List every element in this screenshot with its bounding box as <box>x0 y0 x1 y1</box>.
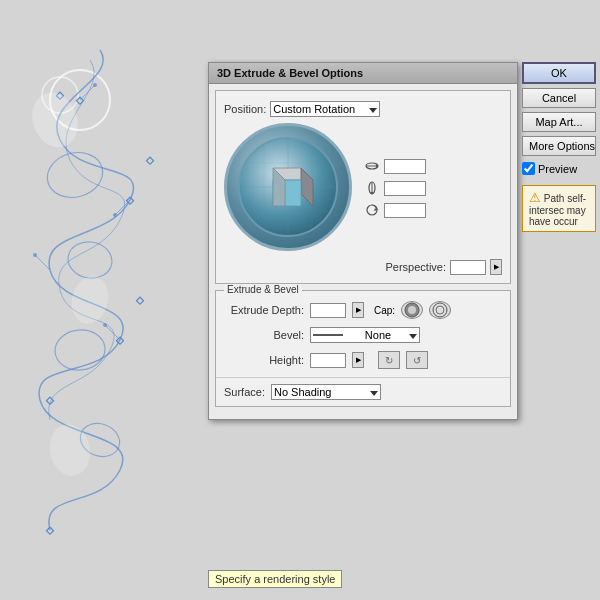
svg-line-17 <box>80 85 95 100</box>
position-row: Position: Custom Rotation <box>224 101 502 117</box>
sphere-outer <box>224 123 352 251</box>
svg-point-10 <box>42 147 107 204</box>
svg-rect-6 <box>136 297 143 304</box>
extrude-content: Extrude Depth: 25 pt ▶ Cap: Bevel: <box>216 291 510 377</box>
height-label: Height: <box>224 354 304 366</box>
tooltip-bar: Specify a rendering style <box>208 570 342 588</box>
rot-y-row: -24° <box>364 180 426 196</box>
rotation-y-input[interactable]: -24° <box>384 181 426 196</box>
extrude-stepper[interactable]: ▶ <box>352 302 364 318</box>
right-buttons-panel: OK Cancel Map Art... More Options Previe… <box>522 62 596 232</box>
svg-point-18 <box>93 83 97 87</box>
surface-dropdown[interactable]: No Shading <box>271 384 381 400</box>
surface-value: No Shading <box>274 386 332 398</box>
y-rotation-icon <box>364 180 380 196</box>
svg-point-16 <box>46 421 94 479</box>
cube-3d <box>261 160 316 215</box>
position-content: Position: Custom Rotation <box>216 91 510 283</box>
surface-label: Surface: <box>224 386 265 398</box>
height-stepper[interactable]: ▶ <box>352 352 364 368</box>
dialog-titlebar: 3D Extrude & Bevel Options <box>209 63 517 84</box>
ok-button[interactable]: OK <box>522 62 596 84</box>
rotation-controls: -13° -24° -5° <box>364 158 426 218</box>
svg-point-14 <box>25 86 85 154</box>
cube-svg <box>261 160 319 218</box>
more-options-button[interactable]: More Options <box>522 136 596 156</box>
svg-line-19 <box>115 200 130 215</box>
svg-line-23 <box>105 325 120 340</box>
bevel-dropdown[interactable]: None <box>310 327 420 343</box>
rot-z-row: -5° <box>364 202 426 218</box>
position-dropdown[interactable]: Custom Rotation <box>270 101 380 117</box>
dialog-3d-extrude: 3D Extrude & Bevel Options Position: Cus… <box>208 62 518 420</box>
extrude-depth-label: Extrude Depth: <box>224 304 304 316</box>
cancel-button[interactable]: Cancel <box>522 88 596 108</box>
cap-button-1[interactable] <box>401 301 423 319</box>
map-art-button[interactable]: Map Art... <box>522 112 596 132</box>
svg-point-24 <box>103 323 107 327</box>
position-dropdown-arrow <box>369 103 377 115</box>
svg-rect-4 <box>146 157 153 164</box>
position-section: Position: Custom Rotation <box>215 90 511 284</box>
perspective-stepper[interactable]: ▶ <box>490 259 502 275</box>
cap-label: Cap: <box>374 305 395 316</box>
rot-x-row: -13° <box>364 158 426 174</box>
rotation-x-input[interactable]: -13° <box>384 159 426 174</box>
surface-row: Surface: No Shading <box>216 377 510 406</box>
preview-row: Preview <box>522 160 596 177</box>
rotation-z-input[interactable]: -5° <box>384 203 426 218</box>
position-label: Position: <box>224 103 266 115</box>
height-input[interactable]: 4 pt <box>310 353 346 368</box>
cap-button-2[interactable] <box>429 301 451 319</box>
perspective-label: Perspective: <box>385 261 446 273</box>
bevel-value: None <box>365 329 391 341</box>
dialog-title: 3D Extrude & Bevel Options <box>217 67 363 79</box>
svg-marker-32 <box>301 168 313 206</box>
bevel-dropdown-arrow <box>409 329 417 341</box>
extrude-section: Extrude & Bevel Extrude Depth: 25 pt ▶ C… <box>215 290 511 407</box>
sphere-inner <box>238 137 338 237</box>
svg-point-46 <box>436 306 444 314</box>
preview-checkbox[interactable] <box>522 162 535 175</box>
bevel-row: Bevel: None <box>224 327 502 343</box>
perspective-row: Perspective: 0° ▶ <box>224 259 502 275</box>
warning-icon: ⚠ <box>529 190 541 205</box>
svg-line-21 <box>35 255 50 270</box>
x-rotation-icon <box>364 158 380 174</box>
position-value: Custom Rotation <box>273 103 355 115</box>
svg-point-15 <box>66 272 113 328</box>
svg-point-20 <box>113 213 117 217</box>
extrude-section-label: Extrude & Bevel <box>224 284 302 295</box>
rotation-area: -13° -24° -5° <box>224 123 502 253</box>
svg-point-44 <box>408 306 416 314</box>
preview-label: Preview <box>538 163 577 175</box>
tooltip-text: Specify a rendering style <box>215 573 335 585</box>
background-art <box>0 0 220 600</box>
extrude-depth-row: Extrude Depth: 25 pt ▶ Cap: <box>224 301 502 319</box>
height-row: Height: 4 pt ▶ ↻ ↺ <box>224 351 502 369</box>
rotate-cw-button[interactable]: ↻ <box>378 351 400 369</box>
svg-point-45 <box>433 303 447 317</box>
perspective-input[interactable]: 0° <box>450 260 486 275</box>
bevel-label: Bevel: <box>224 329 304 341</box>
rotate-ccw-button[interactable]: ↺ <box>406 351 428 369</box>
z-rotation-icon <box>364 202 380 218</box>
surface-dropdown-arrow <box>370 386 378 398</box>
warning-area: ⚠ Path self-intersec may have occur <box>522 185 596 232</box>
rotation-sphere[interactable] <box>224 123 354 253</box>
extrude-depth-input[interactable]: 25 pt <box>310 303 346 318</box>
dialog-body: Position: Custom Rotation <box>209 84 517 419</box>
svg-point-22 <box>33 253 37 257</box>
svg-point-11 <box>65 238 115 281</box>
